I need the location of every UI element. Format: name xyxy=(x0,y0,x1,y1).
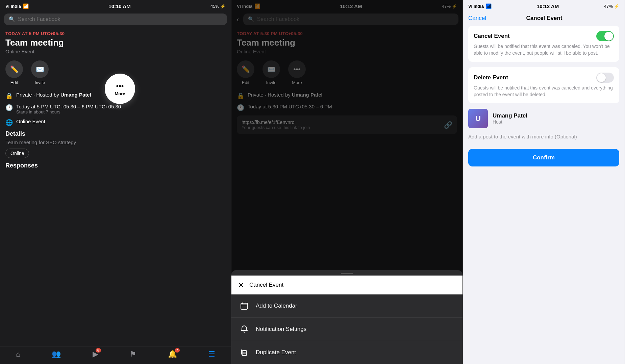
cancel-event-icon: ✕ xyxy=(238,281,244,289)
time-display-3: 10:12 AM xyxy=(537,3,559,9)
edit-icon-1: ✏️ xyxy=(5,60,23,78)
delete-event-toggle[interactable] xyxy=(596,73,614,83)
calendar-icon xyxy=(238,300,250,312)
battery-3: 47% ⚡ xyxy=(604,4,619,9)
panel-1: Vi India 📶 10:10 AM 45% ⚡ 🔍 TODAY AT 5 P… xyxy=(0,0,231,364)
details-text-1: Team meeting for SEO strategy xyxy=(5,139,226,145)
bottom-nav-1: ⌂ 👥 ▶ 6 ⚑ 🔔 7 ☰ xyxy=(0,346,231,364)
cancel-event-desc: Guests will be notified that this event … xyxy=(474,43,614,56)
battery-1: 45% ⚡ xyxy=(210,4,226,9)
notif-badge-1: 7 xyxy=(175,348,180,353)
event-date-1: TODAY AT 5 PM UTC+05:30 xyxy=(5,31,226,36)
carrier-1: Vi India xyxy=(5,4,21,9)
flag-icon-1: ⚑ xyxy=(130,350,136,359)
edit-label-1: Edit xyxy=(10,80,18,85)
optional-post-3: Add a post to the event with more info (… xyxy=(468,134,619,139)
more-dots-icon: ••• xyxy=(116,82,124,90)
clock-icon-1: 🕐 xyxy=(5,104,13,111)
signal-icons-1: Vi India 📶 xyxy=(5,3,29,9)
delete-event-section: Delete Event Guests will be notified tha… xyxy=(468,67,619,103)
bottom-sheet-2: ✕ Cancel Event Add to Calendar xyxy=(231,270,462,364)
notif-settings-label: Notification Settings xyxy=(256,326,306,333)
cancel-event-label: Cancel Event xyxy=(249,282,283,288)
cancel-event-title: Cancel Event xyxy=(474,31,614,41)
panel3-content: Cancel Event Guests will be notified tha… xyxy=(463,26,625,166)
delete-event-desc: Guests will be notified that this event … xyxy=(474,85,614,98)
invite-button-1[interactable]: ✉️ Invite xyxy=(31,60,49,85)
nav-flag-1[interactable]: ⚑ xyxy=(130,350,136,359)
lock-icon-1: 🔒 xyxy=(5,92,13,100)
sheet-handle-2 xyxy=(341,273,353,274)
battery-icon-3: ⚡ xyxy=(614,4,619,9)
panel-2: Vi India 📶 10:12 AM 47% ⚡ ‹ 🔍 TODAY AT 5… xyxy=(231,0,463,364)
delete-event-title: Delete Event xyxy=(474,73,614,83)
confirm-button-3[interactable]: Confirm xyxy=(468,149,619,166)
host-name-3: Umang Patel xyxy=(493,112,527,119)
carrier-3: Vi India xyxy=(468,4,484,9)
nav-home-1[interactable]: ⌂ xyxy=(16,350,20,359)
sheet-duplicate-event[interactable]: Duplicate Event xyxy=(231,341,462,364)
time-1: 10:10 AM xyxy=(108,3,130,9)
tag-pill-1[interactable]: Online xyxy=(5,149,29,158)
battery-icon-1: ⚡ xyxy=(220,4,226,9)
nav-notif-1[interactable]: 🔔 7 xyxy=(168,350,177,359)
search-input-1[interactable] xyxy=(18,16,222,22)
sheet-add-calendar[interactable]: Add to Calendar xyxy=(231,294,462,318)
globe-icon-1: 🌐 xyxy=(5,119,13,126)
host-row-3: U Umang Patel Host xyxy=(468,109,619,128)
time-row-1: 🕐 Today at 5 PM UTC+05:30 – 6 PM UTC+05:… xyxy=(5,104,226,114)
friends-icon-1: 👥 xyxy=(52,350,61,359)
nav-menu-1[interactable]: ☰ xyxy=(208,350,215,359)
wifi-icon-3: 📶 xyxy=(486,3,492,9)
edit-button-1[interactable]: ✏️ Edit xyxy=(5,60,23,85)
home-icon-1: ⌂ xyxy=(16,350,20,359)
search-icon-1: 🔍 xyxy=(9,16,15,22)
sheet-notif-settings[interactable]: Notification Settings xyxy=(231,318,462,341)
signal-icons-3: Vi India 📶 xyxy=(468,3,492,9)
more-button-overlay[interactable]: ••• More xyxy=(105,74,135,104)
more-label: More xyxy=(115,91,125,96)
wifi-icon-1: 📶 xyxy=(23,3,29,9)
responses-title-1: Responses xyxy=(5,162,226,169)
host-avatar-3: U xyxy=(468,109,488,128)
nav-friends-1[interactable]: 👥 xyxy=(52,350,61,359)
bell-icon-sheet xyxy=(238,323,250,335)
invite-icon-1: ✉️ xyxy=(31,60,49,78)
status-bar-3: Vi India 📶 10:12 AM 47% ⚡ xyxy=(463,0,625,12)
sheet-cancel-event[interactable]: ✕ Cancel Event xyxy=(231,276,462,294)
nav-videos-1[interactable]: ▶ 6 xyxy=(93,350,98,359)
menu-icon-1: ☰ xyxy=(208,350,215,359)
event-type-1: Online Event xyxy=(5,49,226,54)
location-row-1: 🌐 Online Event xyxy=(5,119,226,126)
add-calendar-label: Add to Calendar xyxy=(256,303,297,309)
duplicate-icon xyxy=(238,346,250,359)
panel-3: Vi India 📶 10:12 AM 47% ⚡ Cancel Cancel … xyxy=(463,0,625,364)
header-title-3: Cancel Event xyxy=(526,15,562,22)
cancel-link-3[interactable]: Cancel xyxy=(468,15,486,22)
panel3-header: Cancel Cancel Event xyxy=(463,12,625,26)
host-role-3: Host xyxy=(493,119,527,125)
host-info-3: Umang Patel Host xyxy=(493,112,527,125)
status-bar-1: Vi India 📶 10:10 AM 45% ⚡ xyxy=(0,0,231,12)
cancel-event-section: Cancel Event Guests will be notified tha… xyxy=(468,26,619,62)
event-title-1: Team meeting xyxy=(5,37,226,48)
svg-rect-0 xyxy=(241,303,248,309)
videos-badge-1: 6 xyxy=(96,348,101,353)
invite-label-1: Invite xyxy=(34,80,45,85)
search-bar-1[interactable]: 🔍 xyxy=(4,14,227,25)
duplicate-label: Duplicate Event xyxy=(256,349,296,356)
cancel-event-toggle[interactable] xyxy=(596,31,614,41)
details-title-1: Details xyxy=(5,130,226,137)
